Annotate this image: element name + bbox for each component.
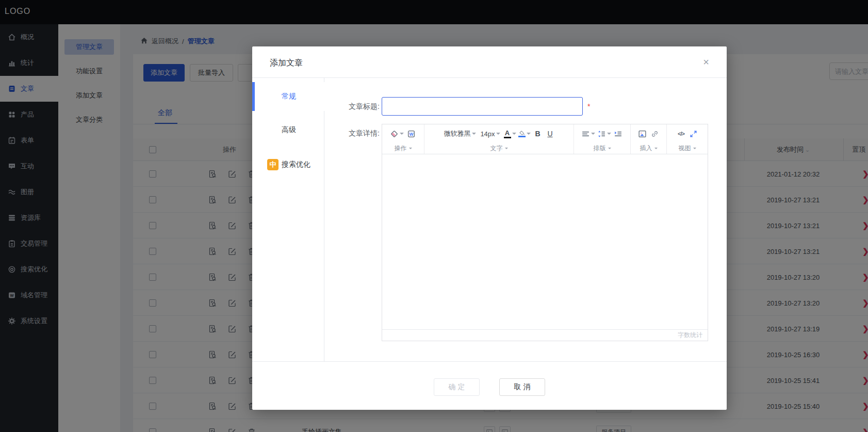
dropdown-caret-icon — [607, 133, 611, 135]
line-height-button[interactable] — [597, 127, 611, 140]
dropdown-caret-icon — [527, 133, 531, 135]
dropdown-caret-icon — [496, 133, 500, 135]
toolbar-label-text[interactable]: 文字 — [424, 143, 574, 153]
modal-tab[interactable]: 中搜索优化 — [252, 150, 325, 179]
cancel-button[interactable]: 取 消 — [499, 378, 545, 396]
toolbar-label-operation[interactable]: 操作 — [382, 143, 424, 153]
font-size-select[interactable]: 14px — [479, 127, 502, 140]
active-tab-bar — [252, 82, 255, 111]
insert-image-button[interactable] — [637, 127, 648, 140]
dropdown-caret-icon — [409, 148, 412, 149]
dropdown-caret-icon — [512, 133, 516, 135]
dropdown-caret-icon — [608, 148, 611, 149]
confirm-button[interactable]: 确 定 — [434, 378, 480, 396]
editor-content-area[interactable] — [382, 154, 708, 329]
seo-badge-icon: 中 — [267, 159, 279, 170]
align-button[interactable] — [581, 127, 595, 140]
modal-title: 添加文章 — [270, 58, 303, 69]
toolbar-group-view: </> 视图 — [667, 124, 708, 154]
clear-format-button[interactable] — [390, 127, 404, 140]
modal-tab-label: 常规 — [282, 92, 296, 101]
font-family-select[interactable]: 微软雅黑 — [443, 127, 477, 140]
toolbar-group-text: 微软雅黑 14px A — [424, 124, 574, 154]
article-title-label: 文章标题: — [266, 102, 380, 111]
dropdown-caret-icon — [654, 148, 658, 149]
dropdown-caret-icon — [505, 148, 508, 149]
dropdown-caret-icon — [591, 133, 595, 135]
underline-button[interactable]: U — [545, 127, 555, 140]
toolbar-group-insert: 插入 — [631, 124, 667, 154]
app-root: LOGO 概况统计文章产品表单互动图册资源库交易管理搜索优化W域名管理系统设置 … — [0, 0, 868, 432]
article-title-input[interactable] — [382, 97, 583, 116]
font-color-button[interactable]: A — [504, 127, 516, 140]
toolbar-label-view[interactable]: 视图 — [667, 143, 708, 153]
close-icon[interactable]: × — [699, 55, 713, 69]
dropdown-caret-icon — [693, 148, 696, 149]
highlight-color-button[interactable] — [518, 127, 531, 140]
dropdown-caret-icon — [472, 133, 476, 135]
toolbar-label-layout[interactable]: 排版 — [574, 143, 630, 153]
insert-link-button[interactable] — [650, 127, 660, 140]
word-import-button[interactable]: W — [406, 127, 416, 140]
article-detail-label: 文章详情: — [266, 129, 380, 138]
toolbar-group-layout: 排版 — [574, 124, 631, 154]
dropdown-caret-icon — [400, 133, 404, 135]
rich-text-editor: W 操作 微软雅黑 14px — [382, 124, 708, 341]
modal-tab-label: 搜索优化 — [282, 160, 310, 169]
modal-footer-divider — [252, 361, 727, 362]
add-article-modal: 添加文章 × 常规高级中搜索优化 文章标题: * 文章详情: W — [252, 46, 727, 410]
required-asterisk: * — [587, 102, 590, 110]
toolbar-label-insert[interactable]: 插入 — [631, 143, 666, 153]
source-code-button[interactable]: </> — [676, 127, 686, 140]
indent-button[interactable] — [613, 127, 624, 140]
toolbar-group-operation: W 操作 — [382, 124, 424, 154]
svg-text:W: W — [409, 131, 414, 136]
word-count-label: 字数统计 — [678, 331, 702, 340]
fullscreen-button[interactable] — [689, 127, 699, 140]
editor-status-bar: 字数统计 — [382, 329, 708, 341]
editor-toolbar: W 操作 微软雅黑 14px — [382, 124, 708, 154]
font-color-icon: A — [504, 130, 511, 138]
modal-tab-rail: 常规高级中搜索优化 — [252, 78, 324, 361]
highlight-color-icon — [518, 131, 526, 137]
bold-button[interactable]: B — [533, 127, 543, 140]
